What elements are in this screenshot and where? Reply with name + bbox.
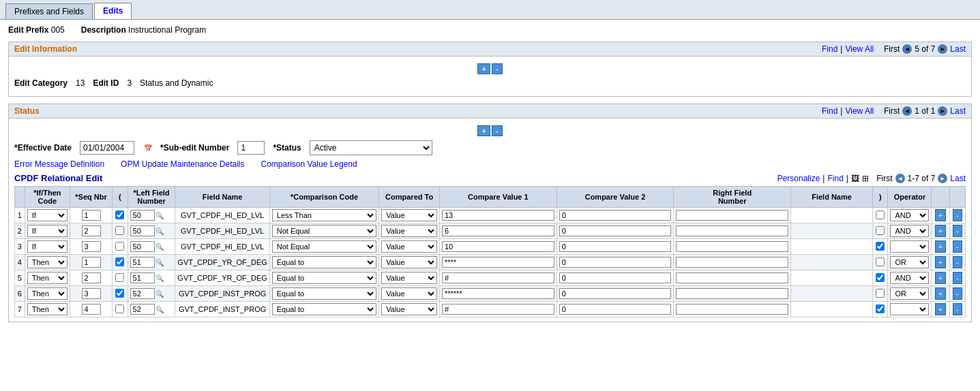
remove-row-cell-5[interactable]: - [949, 270, 965, 286]
edit-info-viewall-link[interactable]: View All [845, 44, 874, 54]
right-field-num-input-2[interactable] [676, 225, 788, 236]
status-add-btn[interactable]: + [477, 125, 490, 136]
if-then-select-3[interactable]: IfThen [27, 240, 68, 253]
seq-nbr-input-1[interactable] [82, 210, 101, 221]
left-field-search-icon-5[interactable]: 🔍 [155, 275, 164, 282]
status-select[interactable]: ActiveInactive [310, 140, 432, 155]
open-paren-cell-3[interactable] [113, 239, 128, 255]
comp-code-cell-4[interactable]: Less ThanNot EqualEqual toGreater ThanLe… [269, 255, 378, 270]
seq-nbr-cell-2[interactable] [70, 223, 112, 239]
comp-val2-cell-6[interactable] [556, 286, 674, 302]
comp-val2-input-6[interactable] [559, 288, 672, 299]
add-row-btn-6[interactable]: + [935, 287, 946, 300]
remove-row-cell-6[interactable]: - [949, 286, 965, 302]
comp-val2-cell-5[interactable] [556, 270, 674, 286]
comp-code-cell-1[interactable]: Less ThanNot EqualEqual toGreater ThanLe… [269, 208, 378, 223]
if-then-select-2[interactable]: IfThen [27, 225, 68, 237]
if-then-select-7[interactable]: IfThen [27, 303, 68, 315]
add-row-btn-4[interactable]: + [935, 256, 946, 268]
comp-val2-cell-1[interactable] [556, 208, 674, 223]
left-field-search-icon-3[interactable]: 🔍 [155, 243, 164, 251]
compared-to-select-4[interactable]: ValueField [381, 256, 437, 268]
add-row-btn-1[interactable]: + [935, 209, 946, 221]
comp-val1-input-7[interactable] [442, 304, 554, 315]
comp-val2-input-2[interactable] [559, 225, 672, 236]
if-then-cell-1[interactable]: IfThen [25, 208, 70, 223]
comp-code-select-3[interactable]: Less ThanNot EqualEqual toGreater ThanLe… [272, 240, 376, 253]
comp-val1-cell-2[interactable] [439, 223, 556, 239]
left-field-num-cell-6[interactable]: 🔍 [128, 286, 175, 302]
comp-code-select-4[interactable]: Less ThanNot EqualEqual toGreater ThanLe… [272, 256, 376, 268]
edit-info-last-link[interactable]: Last [950, 44, 966, 54]
status-prev-icon[interactable]: ◄ [902, 106, 912, 116]
operator-select-6[interactable]: ANDOR [890, 287, 929, 300]
right-field-num-input-7[interactable] [676, 304, 788, 315]
compared-to-select-3[interactable]: ValueField [381, 240, 437, 253]
comp-code-cell-5[interactable]: Less ThanNot EqualEqual toGreater ThanLe… [269, 270, 378, 286]
cpdf-table-icon[interactable]: ⊞ [862, 174, 869, 183]
right-field-num-input-6[interactable] [676, 288, 788, 299]
comp-val1-cell-6[interactable] [439, 286, 556, 302]
seq-nbr-cell-5[interactable] [70, 270, 112, 286]
left-field-num-input-7[interactable] [130, 304, 155, 315]
close-paren-check-7[interactable] [876, 304, 885, 313]
open-paren-cell-2[interactable] [113, 223, 128, 239]
open-paren-check-7[interactable] [115, 304, 124, 313]
comp-val2-cell-3[interactable] [556, 239, 674, 255]
left-field-search-icon-4[interactable]: 🔍 [155, 259, 164, 266]
comp-val1-input-1[interactable] [442, 210, 554, 221]
add-row-cell-2[interactable]: + [932, 223, 949, 239]
cpdf-view-icon[interactable]: 🖼 [851, 174, 859, 183]
left-field-num-cell-1[interactable]: 🔍 [128, 208, 175, 223]
operator-cell-2[interactable]: ANDOR [888, 223, 932, 239]
compared-to-cell-3[interactable]: ValueField [379, 239, 440, 255]
right-field-num-input-3[interactable] [676, 241, 788, 252]
operator-cell-3[interactable]: ANDOR [888, 239, 932, 255]
operator-select-7[interactable]: ANDOR [890, 303, 929, 315]
left-field-num-cell-5[interactable]: 🔍 [128, 270, 175, 286]
add-row-cell-3[interactable]: + [932, 239, 949, 255]
comp-val1-input-2[interactable] [442, 225, 554, 236]
left-field-num-cell-2[interactable]: 🔍 [128, 223, 175, 239]
operator-select-2[interactable]: ANDOR [890, 225, 929, 237]
if-then-cell-5[interactable]: IfThen [25, 270, 70, 286]
open-paren-cell-5[interactable] [113, 270, 128, 286]
compared-to-select-5[interactable]: ValueField [381, 272, 437, 284]
right-field-num-cell-7[interactable] [674, 302, 791, 317]
comp-code-cell-3[interactable]: Less ThanNot EqualEqual toGreater ThanLe… [269, 239, 378, 255]
comp-val2-input-4[interactable] [559, 257, 672, 268]
if-then-select-4[interactable]: IfThen [27, 256, 68, 268]
right-field-num-cell-4[interactable] [674, 255, 791, 270]
compared-to-select-6[interactable]: ValueField [381, 287, 437, 300]
edit-info-next-icon[interactable]: ► [938, 44, 947, 54]
close-paren-cell-3[interactable] [873, 239, 888, 255]
remove-row-cell-2[interactable]: - [949, 223, 965, 239]
comp-code-select-2[interactable]: Less ThanNot EqualEqual toGreater ThanLe… [272, 225, 376, 237]
left-field-num-input-6[interactable] [130, 288, 155, 299]
seq-nbr-cell-6[interactable] [70, 286, 112, 302]
tab-edits[interactable]: Edits [94, 3, 132, 19]
open-paren-cell-4[interactable] [113, 255, 128, 270]
operator-cell-4[interactable]: ANDOR [888, 255, 932, 270]
close-paren-cell-4[interactable] [873, 255, 888, 270]
open-paren-cell-6[interactable] [113, 286, 128, 302]
comp-val2-input-1[interactable] [559, 210, 672, 221]
compared-to-select-1[interactable]: ValueField [381, 209, 437, 221]
operator-select-4[interactable]: ANDOR [890, 256, 929, 268]
comp-val2-cell-7[interactable] [556, 302, 674, 317]
if-then-select-1[interactable]: IfThen [27, 209, 68, 221]
operator-cell-1[interactable]: ANDOR [888, 208, 932, 223]
edit-info-add-btn[interactable]: + [477, 63, 490, 74]
left-field-num-input-4[interactable] [130, 257, 155, 268]
add-row-cell-7[interactable]: + [932, 302, 949, 317]
left-field-search-icon-7[interactable]: 🔍 [155, 306, 164, 313]
remove-row-btn-3[interactable]: - [953, 240, 962, 253]
close-paren-check-2[interactable] [876, 226, 885, 235]
right-field-num-cell-2[interactable] [674, 223, 791, 239]
close-paren-check-5[interactable] [876, 273, 885, 282]
remove-row-cell-4[interactable]: - [949, 255, 965, 270]
add-row-btn-3[interactable]: + [935, 240, 946, 253]
left-field-num-cell-4[interactable]: 🔍 [128, 255, 175, 270]
if-then-cell-6[interactable]: IfThen [25, 286, 70, 302]
seq-nbr-cell-7[interactable] [70, 302, 112, 317]
